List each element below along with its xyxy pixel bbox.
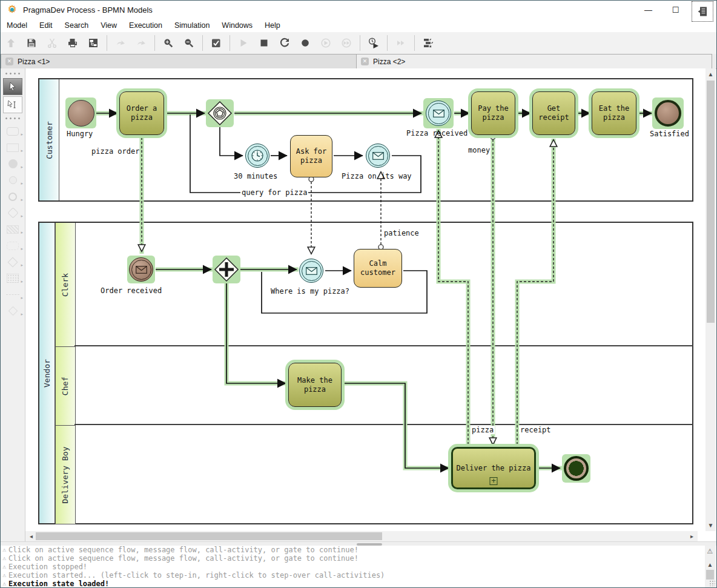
lane-chef-band[interactable]: Chef [55,347,76,426]
minimize-button[interactable]: — [635,1,662,19]
vertical-scrollbar[interactable]: ▲ ▼ [705,68,716,531]
select-tool[interactable] [3,78,22,95]
task-list-button[interactable] [419,34,437,52]
menu-item-windows[interactable]: Windows [216,21,259,30]
subprocess-tool-icon [7,144,19,152]
zoom-out-icon [183,37,195,49]
expand-plus-icon[interactable]: + [490,477,498,485]
gateway-tool-icon [7,207,18,218]
end-event-satisfied[interactable] [655,100,681,127]
save-icon [25,37,38,49]
lane-delivery-boy-label: Delivery Boy [61,446,70,503]
side-panel-toggle[interactable] [692,2,713,21]
model-tree-button[interactable] [84,34,102,52]
validate-button[interactable] [207,34,225,52]
print-icon [67,37,79,49]
start-event-tool: ▸ [1,156,25,172]
start-event-hungry[interactable] [68,100,94,127]
scroll-up-icon[interactable]: ▲ [706,70,715,79]
menu-item-simulation[interactable]: Simulation [168,21,216,30]
warning-jump-icon[interactable]: ⚠ [705,547,715,556]
print-button[interactable] [64,34,82,52]
message-event-pizza-received[interactable] [426,101,451,126]
diagram-canvas[interactable]: Customer Vendor Clerk Chef Delivery Boy [25,68,707,531]
event-label: Order received [101,286,162,295]
menu-item-help[interactable]: Help [259,21,286,30]
resize-grip[interactable] [709,580,715,586]
clock-icon [250,148,265,163]
log-line: ⚠Execution started... (left-click to ste… [1,571,706,580]
palette-drag-handle[interactable] [3,70,22,76]
run-button [234,34,253,52]
record-icon [299,37,311,49]
data-object-tool: ▸ [1,254,25,270]
subprocess-deliver-the-pizza[interactable]: Deliver the pizza + [451,447,536,489]
cut-button [43,34,61,52]
tab-pizza-1[interactable]: ✕ Pizza <1> [1,54,357,68]
task-order-a-pizza[interactable]: Order a pizza [119,91,164,135]
menu-item-execution[interactable]: Execution [123,21,168,30]
loop-label: query for pizza [240,188,308,197]
lane-clerk-label: Clerk [61,273,70,296]
conditional-flow-tool-icon [8,306,18,316]
log-scroll-thumb[interactable] [706,570,714,580]
task-make-the-pizza[interactable]: Make the pizza [288,363,342,407]
text-select-tool[interactable] [3,96,22,113]
task-pay-the-pizza[interactable]: Pay the pizza [471,91,515,135]
warning-icon: ⚠ [2,571,6,580]
message-start-event-order-received[interactable] [129,257,153,282]
horizontal-scrollbar[interactable]: ◂ ▸ [25,531,698,541]
cursor-arrow-icon [8,82,18,91]
log-console[interactable]: ⚠Click on active sequence flow, message … [1,546,706,588]
event-label: Where is my pizza? [271,287,349,296]
maximize-button[interactable]: ☐ [662,1,689,19]
flyout-arrow-icon: ▸ [21,279,23,284]
record-button[interactable] [296,34,314,52]
menu-item-model[interactable]: Model [1,21,33,30]
vertical-scroll-thumb[interactable] [707,81,715,323]
lane-tool-icon [7,274,19,283]
timer-event-30-minutes[interactable] [245,144,269,168]
tab-close-icon[interactable]: ✕ [361,58,369,65]
scroll-down-icon[interactable]: ▼ [706,521,715,530]
menu-item-search[interactable]: Search [59,21,95,30]
task-calm-customer[interactable]: Calm customer [354,249,402,288]
message-event-where-is-my-pizza[interactable] [299,259,323,283]
end-event-delivered[interactable] [564,456,589,481]
palette-drag-handle[interactable] [3,115,22,121]
navigate-up-icon [5,37,17,49]
event-label: Pizza received [406,129,468,137]
save-button[interactable] [22,34,41,52]
tab-close-icon[interactable]: ✕ [5,58,13,65]
stop-button[interactable] [255,34,273,52]
timed-run-button[interactable] [365,34,383,52]
log-scroll-up-icon[interactable]: ▲ [705,560,715,569]
scroll-right-icon[interactable]: ▸ [687,532,696,541]
pool-customer-band[interactable]: Customer [39,79,59,200]
fast-forward-icon [395,37,407,49]
scroll-left-icon[interactable]: ◂ [27,532,36,541]
start-event-tool-icon [8,159,18,168]
message-flow-label: money [468,146,490,154]
restart-button[interactable] [276,34,294,52]
log-splitter[interactable] [1,541,716,546]
horizontal-scroll-thumb[interactable] [36,532,382,540]
message-event-pizza-on-its-way[interactable] [366,144,390,168]
menu-item-edit[interactable]: Edit [33,21,59,30]
menu-item-view[interactable]: View [94,21,123,30]
task-ask-for-pizza[interactable]: Ask for pizza [290,135,332,177]
lane-chef-label: Chef [61,377,70,395]
zoom-out-button[interactable] [180,34,198,52]
lane-clerk-band[interactable]: Clerk [55,223,76,347]
pool-vendor-band[interactable]: Vendor [39,223,55,523]
zoom-in-button[interactable] [159,34,177,52]
lane-delivery-boy-band[interactable]: Delivery Boy [55,426,76,524]
parallel-gateway[interactable] [213,256,240,283]
task-get-receipt[interactable]: Get receipt [532,91,575,135]
flyout-arrow-icon: ▸ [21,296,23,300]
data-object-tool-icon [8,257,18,267]
task-eat-the-pizza[interactable]: Eat the pizza [592,91,636,135]
event-based-gateway[interactable] [207,100,233,127]
tab-pizza-2[interactable]: ✕ Pizza <2> [357,54,712,68]
app-logo-icon: ⚙ [6,4,18,16]
